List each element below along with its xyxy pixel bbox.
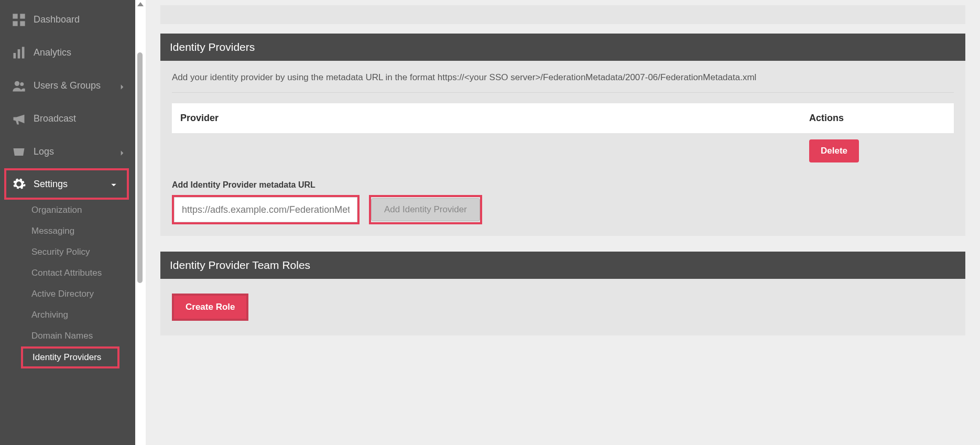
highlight-identity-providers: Identity Providers	[21, 346, 119, 368]
svg-rect-4	[14, 53, 16, 59]
chevron-right-icon	[118, 82, 126, 90]
create-role-button[interactable]: Create Role	[174, 296, 246, 319]
sidebar-sub-active-directory[interactable]: Active Directory	[0, 284, 135, 305]
sidebar-sub-identity-providers[interactable]: Identity Providers	[32, 349, 117, 366]
idp-table: Provider Actions Delete	[172, 103, 954, 169]
sidebar-item-label: Settings	[34, 179, 68, 190]
cell-actions: Delete	[809, 139, 945, 162]
svg-rect-0	[13, 14, 17, 18]
sidebar-item-label: Analytics	[34, 47, 71, 58]
table-header: Provider Actions	[172, 103, 954, 133]
sidebar-scrollbar[interactable]	[135, 0, 146, 445]
scroll-up-icon	[137, 2, 144, 6]
svg-point-8	[20, 82, 24, 86]
sidebar: Dashboard Analytics Users & Groups Broad…	[0, 0, 135, 445]
sidebar-item-label: Logs	[34, 146, 54, 157]
sidebar-item-label: Broadcast	[34, 113, 76, 124]
table-row: Delete	[172, 133, 954, 169]
sidebar-sub-contact-attributes[interactable]: Contact Attributes	[0, 263, 135, 284]
sidebar-sub-archiving[interactable]: Archiving	[0, 305, 135, 325]
highlight-settings: Settings	[4, 168, 129, 200]
main-content: Identity Providers Add your identity pro…	[146, 0, 980, 445]
add-idp-label: Add Identity Provider metadata URL	[172, 180, 954, 190]
users-icon	[12, 80, 26, 92]
sidebar-item-dashboard[interactable]: Dashboard	[0, 3, 135, 36]
panel-identity-providers: Identity Providers Add your identity pro…	[160, 34, 965, 236]
svg-point-7	[15, 81, 19, 85]
gear-icon	[12, 178, 26, 190]
inbox-icon	[12, 146, 26, 158]
svg-rect-6	[22, 47, 25, 58]
idp-metadata-url-input[interactable]	[174, 197, 357, 222]
sidebar-item-settings[interactable]: Settings	[6, 170, 127, 198]
sidebar-item-logs[interactable]: Logs	[0, 135, 135, 168]
sidebar-item-label: Users & Groups	[34, 80, 101, 91]
add-identity-provider-button[interactable]: Add Identity Provider	[371, 198, 480, 221]
grid-icon	[12, 14, 26, 26]
sidebar-item-analytics[interactable]: Analytics	[0, 36, 135, 69]
sidebar-sub-domain-names[interactable]: Domain Names	[0, 325, 135, 346]
previous-panel-bottom	[160, 5, 965, 24]
col-provider: Provider	[180, 113, 809, 124]
chevron-right-icon	[118, 148, 126, 156]
chevron-down-icon	[110, 180, 117, 188]
idp-description: Add your identity provider by using the …	[172, 72, 954, 93]
panel-header: Identity Providers	[160, 34, 965, 61]
col-actions: Actions	[809, 113, 945, 124]
svg-rect-1	[20, 14, 25, 18]
sidebar-sub-organization[interactable]: Organization	[0, 200, 135, 221]
panel-header: Identity Provider Team Roles	[160, 252, 965, 279]
sidebar-sub-security-policy[interactable]: Security Policy	[0, 242, 135, 263]
svg-rect-3	[20, 21, 25, 26]
highlight-create-role: Create Role	[172, 294, 248, 321]
sidebar-item-label: Dashboard	[34, 14, 80, 25]
sidebar-item-users-groups[interactable]: Users & Groups	[0, 69, 135, 102]
highlight-url-input	[172, 195, 360, 224]
bullhorn-icon	[12, 113, 26, 125]
cell-provider	[180, 139, 809, 162]
sidebar-sub-messaging[interactable]: Messaging	[0, 221, 135, 242]
delete-button[interactable]: Delete	[809, 139, 859, 162]
scroll-thumb[interactable]	[137, 52, 143, 283]
svg-rect-2	[13, 21, 17, 26]
panel-team-roles: Identity Provider Team Roles Create Role	[160, 252, 965, 335]
bar-chart-icon	[12, 47, 26, 59]
highlight-add-button: Add Identity Provider	[369, 195, 482, 224]
sidebar-item-broadcast[interactable]: Broadcast	[0, 102, 135, 135]
svg-rect-5	[18, 49, 20, 59]
